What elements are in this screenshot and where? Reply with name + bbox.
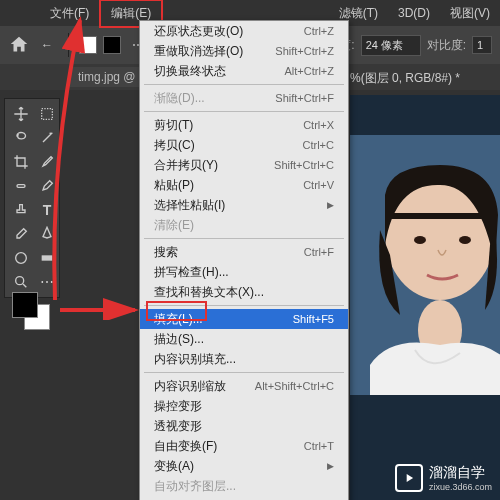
home-icon[interactable] <box>8 34 30 56</box>
watermark: 溜溜自学 zixue.3d66.com <box>395 464 492 492</box>
width-input[interactable]: 24 像素 <box>361 35 421 56</box>
menu-view[interactable]: 视图(V) <box>440 1 500 26</box>
contrast-input[interactable]: 1 <box>472 36 492 54</box>
menu-copy-merged[interactable]: 合并拷贝(Y)Shift+Ctrl+C <box>140 155 348 175</box>
play-icon <box>395 464 423 492</box>
menu-auto-align: 自动对齐图层... <box>140 476 348 496</box>
menu-puppet-warp[interactable]: 操控变形 <box>140 396 348 416</box>
heal-tool[interactable] <box>9 175 33 197</box>
tools-panel: T ⋯ <box>4 98 60 298</box>
menu-fade: 渐隐(D)...Shift+Ctrl+F <box>140 88 348 108</box>
crop-tool[interactable] <box>9 151 33 173</box>
menu-content-scale[interactable]: 内容识别缩放Alt+Shift+Ctrl+C <box>140 376 348 396</box>
wand-tool[interactable] <box>35 127 59 149</box>
watermark-url: zixue.3d66.com <box>429 482 492 492</box>
svg-rect-0 <box>42 109 53 120</box>
svg-rect-1 <box>17 185 25 188</box>
menu-spellcheck[interactable]: 拼写检查(H)... <box>140 262 348 282</box>
svg-point-8 <box>414 236 426 244</box>
fill-swatch[interactable] <box>79 36 97 54</box>
svg-point-9 <box>459 236 471 244</box>
menu-copy[interactable]: 拷贝(C)Ctrl+C <box>140 135 348 155</box>
menu-perspective-warp[interactable]: 透视变形 <box>140 416 348 436</box>
menu-free-transform[interactable]: 自由变换(F)Ctrl+T <box>140 436 348 456</box>
svg-point-2 <box>16 253 27 264</box>
fg-color[interactable] <box>12 292 38 318</box>
menu-undo[interactable]: 还原状态更改(O)Ctrl+Z <box>140 21 348 41</box>
back-icon[interactable]: ← <box>36 34 58 56</box>
tab-filename: timg.jpg @ <box>78 70 136 84</box>
menu-find-replace[interactable]: 查找和替换文本(X)... <box>140 282 348 302</box>
menu-redo[interactable]: 重做取消选择(O)Shift+Ctrl+Z <box>140 41 348 61</box>
svg-rect-7 <box>390 213 490 219</box>
shape-tool[interactable] <box>9 247 33 269</box>
eyedropper-tool[interactable] <box>35 151 59 173</box>
color-picker[interactable] <box>8 290 56 334</box>
menu-transform[interactable]: 变换(A)▶ <box>140 456 348 476</box>
marquee-tool[interactable] <box>35 103 59 125</box>
brush-tool[interactable] <box>35 175 59 197</box>
menu-paste-special[interactable]: 选择性粘贴(I)▶ <box>140 195 348 215</box>
menu-clear: 清除(E) <box>140 215 348 235</box>
document-mode: %(图层 0, RGB/8#) * <box>350 70 460 87</box>
menu-file[interactable]: 文件(F) <box>40 1 99 26</box>
stamp-tool[interactable] <box>9 199 33 221</box>
fill-swatch-2[interactable] <box>103 36 121 54</box>
canvas[interactable] <box>350 95 500 500</box>
type-tool[interactable]: T <box>35 199 59 221</box>
menu-content-fill[interactable]: 内容识别填充... <box>140 349 348 369</box>
menu-stroke[interactable]: 描边(S)... <box>140 329 348 349</box>
watermark-brand: 溜溜自学 <box>429 464 485 480</box>
contrast-label: 对比度: <box>427 37 466 54</box>
document-tab[interactable]: timg.jpg @ <box>70 67 144 87</box>
edit-menu-dropdown: 还原状态更改(O)Ctrl+Z 重做取消选择(O)Shift+Ctrl+Z 切换… <box>139 20 349 500</box>
eraser-tool[interactable] <box>9 223 33 245</box>
menu-3d[interactable]: 3D(D) <box>388 2 440 24</box>
gradient-tool[interactable] <box>35 247 59 269</box>
menu-fill[interactable]: 填充(L)...Shift+F5 <box>140 309 348 329</box>
photo-content <box>350 135 500 395</box>
svg-rect-3 <box>42 255 53 260</box>
menu-auto-blend: 自动混合图层... <box>140 496 348 500</box>
pen-tool[interactable] <box>35 223 59 245</box>
lasso-tool[interactable] <box>9 127 33 149</box>
move-tool[interactable] <box>9 103 33 125</box>
menu-paste[interactable]: 粘贴(P)Ctrl+V <box>140 175 348 195</box>
menu-toggle-state[interactable]: 切换最终状态Alt+Ctrl+Z <box>140 61 348 81</box>
menu-search[interactable]: 搜索Ctrl+F <box>140 242 348 262</box>
menu-cut[interactable]: 剪切(T)Ctrl+X <box>140 115 348 135</box>
svg-point-4 <box>16 277 24 285</box>
